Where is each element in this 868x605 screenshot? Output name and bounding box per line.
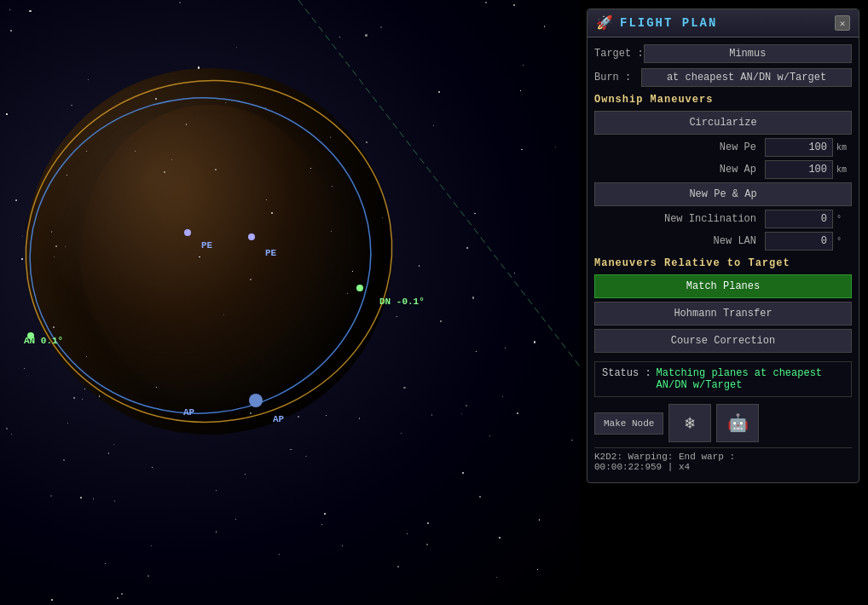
panel-title-area: 🚀 FLIGHT PLAN [596,14,717,32]
new-ap-input[interactable] [765,160,833,179]
course-correction-button[interactable]: Course Correction [594,329,852,353]
new-ap-unit: km [836,165,852,175]
target-value-button[interactable]: Minmus [644,44,852,63]
rocket-icon: 🚀 [596,14,613,32]
status-row: Status : Matching planes at cheapest AN/… [602,367,844,391]
status-section: Status : Matching planes at cheapest AN/… [594,361,852,397]
space-background [0,0,580,605]
relative-section-title: Maneuvers Relative to Target [594,257,852,269]
status-key: Status : [602,367,651,379]
new-pe-label: New Pe [594,141,761,153]
burn-value-button[interactable]: at cheapest AN/DN w/Target [641,68,852,87]
warp-status-section: K2D2: Warping: End warp : 00:00:22:959 |… [594,447,852,475]
panel-body: Target : Minmus Burn : at cheapest AN/DN… [587,37,859,482]
bottom-row: Make Node ❄️ 🤖 [594,404,852,442]
make-node-button[interactable]: Make Node [594,412,663,435]
panel-title: FLIGHT PLAN [620,16,717,30]
status-value: Matching planes at cheapest AN/DN w/Targ… [657,367,844,391]
burn-row: Burn : at cheapest AN/DN w/Target [594,68,852,87]
warp-status-label: K2D2: Warping: End warp : [594,452,852,462]
target-row: Target : Minmus [594,44,852,63]
new-ap-row: New Ap km [594,160,852,179]
new-inclination-input[interactable] [765,210,833,228]
burn-label: Burn : [594,72,641,84]
panel-header: 🚀 FLIGHT PLAN ✕ [587,9,859,37]
ownship-section-title: Ownship Maneuvers [594,94,852,106]
hohmann-transfer-button[interactable]: Hohmann Transfer [594,302,852,326]
new-inclination-unit: ° [836,215,852,224]
new-pe-ap-button[interactable]: New Pe & Ap [594,182,852,206]
new-pe-row: New Pe km [594,138,852,157]
new-inclination-label: New Inclination [594,213,761,225]
match-planes-button[interactable]: Match Planes [594,274,852,298]
new-ap-label: New Ap [594,164,761,176]
snowflake-icon-button[interactable]: ❄️ [668,404,711,442]
new-lan-unit: ° [836,237,852,246]
robot-icon-button[interactable]: 🤖 [716,404,759,442]
new-pe-unit: km [836,143,852,153]
warp-time: 00:00:22:959 | x4 [594,462,852,472]
target-label: Target : [594,48,644,60]
new-inclination-row: New Inclination ° [594,210,852,228]
circularize-button[interactable]: Circularize [594,111,852,135]
close-button[interactable]: ✕ [835,15,850,31]
new-lan-label: New LAN [594,235,761,247]
new-lan-row: New LAN ° [594,232,852,251]
planet [26,68,392,435]
new-lan-input[interactable] [765,232,833,251]
new-pe-input[interactable] [765,138,833,157]
flight-plan-panel: 🚀 FLIGHT PLAN ✕ Target : Minmus Burn : a… [587,9,859,483]
